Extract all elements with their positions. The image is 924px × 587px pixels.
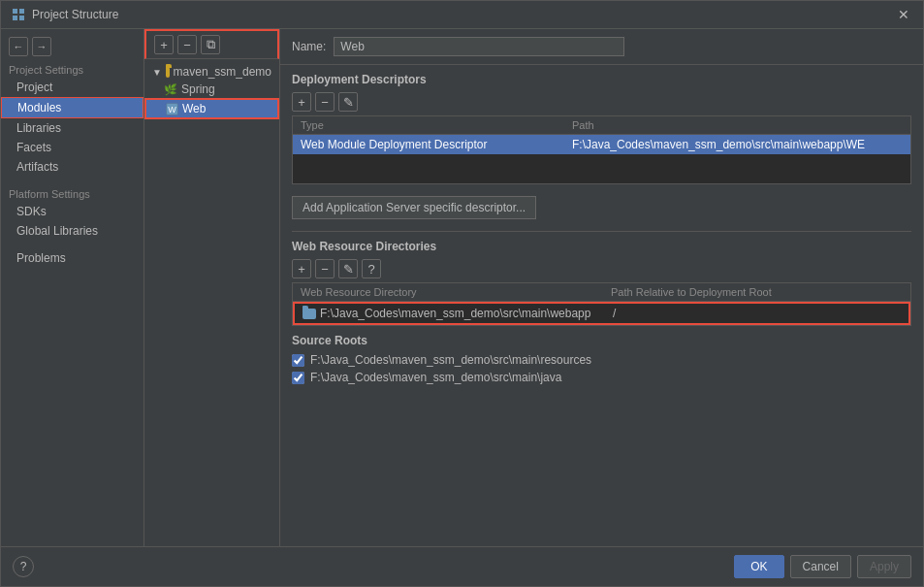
dd-table: Type Path Web Module Deployment Descript… [292,115,911,184]
dialog-icon [11,7,26,22]
back-button[interactable]: ← [9,37,28,56]
module-tree: ▼ maven_ssm_demo 🌿 Spring W Web [144,59,279,546]
sidebar: ← → Project Settings Project Modules Lib… [1,29,144,546]
wr-table-header: Web Resource Directory Path Relative to … [293,283,910,302]
dd-type-cell: Web Module Deployment Descriptor [293,135,564,154]
dd-table-row[interactable]: Web Module Deployment Descriptor F:\Java… [293,135,910,154]
help-button[interactable]: ? [13,556,34,577]
dd-col-type: Type [293,116,564,134]
tree-root-item[interactable]: ▼ maven_ssm_demo [144,63,279,81]
ok-button[interactable]: OK [734,555,783,578]
sidebar-item-facets[interactable]: Facets [1,138,143,157]
dd-remove-button[interactable]: − [315,92,335,112]
wr-col-dir: Web Resource Directory [293,283,603,301]
wr-edit-button[interactable]: ✎ [338,259,358,278]
source-root-item-0: F:\Java_Codes\maven_ssm_demo\src\main\re… [292,351,911,369]
tree-spring-item[interactable]: 🌿 Spring [144,81,279,98]
dd-add-button[interactable]: + [292,92,311,112]
web-resource-title: Web Resource Directories [292,240,911,253]
module-tree-panel: + − ⧉ ▼ maven_ssm_demo 🌿 Spring W Web [144,29,280,546]
folder-blue-icon [303,309,316,319]
sidebar-item-project[interactable]: Project [1,78,143,97]
footer-left: ? [13,556,34,577]
spring-icon: 🌿 [164,83,177,96]
dialog-footer: ? OK Cancel Apply [1,546,923,586]
name-label: Name: [292,40,326,53]
project-settings-label: Project Settings [1,60,143,78]
tree-web-label: Web [182,102,206,115]
platform-settings-label: Platform Settings [1,184,143,202]
dd-col-path: Path [564,116,910,134]
add-server-descriptor-button[interactable]: Add Application Server specific descript… [292,196,536,219]
divider [292,231,911,232]
source-roots-section: Source Roots F:\Java_Codes\maven_ssm_dem… [292,334,911,386]
source-root-checkbox-1[interactable] [292,372,304,384]
sidebar-item-artifacts[interactable]: Artifacts [1,157,143,177]
remove-module-button[interactable]: − [177,35,197,54]
wr-dir-text: F:\Java_Codes\maven_ssm_demo\src\main\we… [320,307,590,320]
svg-rect-3 [19,16,24,20]
wr-path-cell: / [605,304,908,323]
wr-dir-cell: F:\Java_Codes\maven_ssm_demo\src\main\we… [295,304,605,323]
project-structure-dialog: Project Structure ✕ ← → Project Settings… [0,0,924,587]
svg-rect-2 [13,16,17,20]
copy-module-button[interactable]: ⧉ [201,35,220,54]
dd-toolbar: + − ✎ [292,90,911,115]
nav-buttons: ← → [1,33,143,60]
source-root-item-1: F:\Java_Codes\maven_ssm_demo\src\main\ja… [292,369,911,386]
tree-web-item[interactable]: W Web [144,98,279,119]
folder-icon [166,67,170,78]
wr-col-path: Path Relative to Deployment Root [603,283,910,301]
source-root-checkbox-0[interactable] [292,354,304,367]
tree-spring-label: Spring [181,82,215,96]
sidebar-item-global-libraries[interactable]: Global Libraries [1,221,143,241]
web-module-icon: W [166,103,178,115]
dd-edit-button[interactable]: ✎ [338,92,358,112]
main-content: Name: Deployment Descriptors + − ✎ Type … [280,29,923,546]
module-toolbar: + − ⧉ [144,29,279,59]
dd-path-cell: F:\Java_Codes\maven_ssm_demo\src\main\we… [564,135,910,154]
forward-button[interactable]: → [32,37,51,56]
content-scroll: Deployment Descriptors + − ✎ Type Path W… [280,65,923,546]
title-bar: Project Structure ✕ [1,1,923,29]
dd-empty-area [293,154,910,183]
sidebar-item-sdks[interactable]: SDKs [1,202,143,221]
add-module-button[interactable]: + [154,35,174,54]
sidebar-item-problems[interactable]: Problems [1,248,143,268]
footer-right: OK Cancel Apply [734,555,911,578]
source-root-path-1: F:\Java_Codes\maven_ssm_demo\src\main\ja… [310,371,561,384]
svg-rect-1 [19,9,24,14]
dd-table-header: Type Path [293,116,910,135]
dialog-title: Project Structure [32,8,894,21]
wr-help-button[interactable]: ? [362,259,381,278]
wr-add-button[interactable]: + [292,259,311,278]
source-root-path-0: F:\Java_Codes\maven_ssm_demo\src\main\re… [310,353,591,367]
tree-root-label: maven_ssm_demo [174,65,271,79]
wr-remove-button[interactable]: − [315,259,335,278]
content-header: Name: [280,29,923,65]
wr-table-row[interactable]: F:\Java_Codes\maven_ssm_demo\src\main\we… [293,302,910,325]
wr-table: Web Resource Directory Path Relative to … [292,282,911,326]
sidebar-item-libraries[interactable]: Libraries [1,118,143,138]
cancel-button[interactable]: Cancel [790,555,851,578]
name-input[interactable] [334,37,624,56]
wr-toolbar: + − ✎ ? [292,257,911,282]
source-roots-title: Source Roots [292,334,911,347]
close-button[interactable]: ✕ [894,7,913,22]
sidebar-item-modules[interactable]: Modules [1,97,143,118]
dialog-body: ← → Project Settings Project Modules Lib… [1,29,923,546]
apply-button[interactable]: Apply [857,555,911,578]
deployment-descriptors-title: Deployment Descriptors [292,73,911,86]
svg-rect-0 [13,9,17,14]
